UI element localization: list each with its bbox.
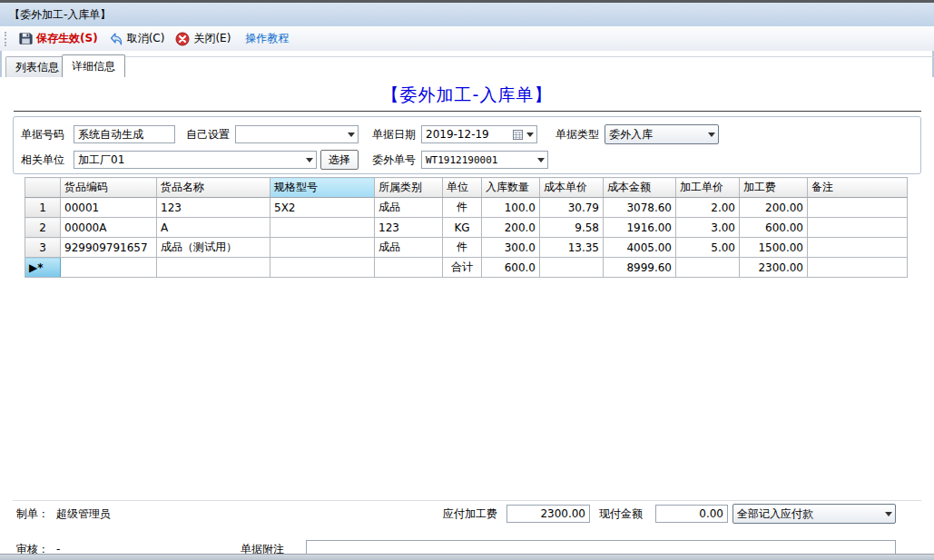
row-header[interactable]: 2 <box>25 218 61 238</box>
cell-proc-price[interactable]: 5.00 <box>676 238 740 258</box>
tutorial-link[interactable]: 操作教程 <box>238 29 296 48</box>
cell-cost-amount[interactable]: 3078.60 <box>604 198 676 218</box>
col-header-cost-amount[interactable]: 成本金额 <box>604 178 676 198</box>
cell-proc-price[interactable]: 2.00 <box>676 198 740 218</box>
cell-remark[interactable] <box>808 238 908 258</box>
cell-unit[interactable]: 件 <box>443 198 482 218</box>
maker-label: 制单： <box>16 505 49 523</box>
col-header-cost-price[interactable]: 成本单价 <box>540 178 604 198</box>
cell-name[interactable] <box>157 258 270 278</box>
cell-category[interactable] <box>375 258 443 278</box>
col-header-unit[interactable]: 单位 <box>443 178 482 198</box>
cell-code[interactable]: 00000A <box>61 218 157 238</box>
chevron-down-icon <box>345 133 358 137</box>
corner-header-cell[interactable] <box>25 178 61 198</box>
doc-type-label: 单据类型 <box>555 125 599 143</box>
col-header-spec[interactable]: 规格型号 <box>270 178 375 198</box>
chevron-down-icon <box>882 512 895 516</box>
close-button[interactable]: 关闭(E) <box>172 29 238 48</box>
cell-proc-fee[interactable]: 1500.00 <box>740 238 808 258</box>
doc-date-picker[interactable]: 2019-12-19 <box>421 125 537 143</box>
undo-arrow-icon <box>109 32 123 46</box>
cell-category[interactable]: 成品 <box>375 198 443 218</box>
chevron-down-icon <box>705 133 718 137</box>
cell-unit[interactable]: 件 <box>443 238 482 258</box>
cell-category[interactable]: 123 <box>375 218 443 238</box>
save-button[interactable]: 保存生效(S) <box>15 29 105 48</box>
items-table: 货品编码 货品名称 规格型号 所属类别 单位 入库数量 成本单价 成本金额 加工… <box>25 177 908 278</box>
col-header-name[interactable]: 货品名称 <box>157 178 270 198</box>
total-and-new-row: ▶* 合计 600.0 8999.60 2300.00 <box>25 258 908 278</box>
cell-spec[interactable] <box>270 238 375 258</box>
tab-detail-info[interactable]: 详细信息 <box>62 54 125 77</box>
row-header[interactable]: 1 <box>25 198 61 218</box>
cell-proc-fee[interactable]: 600.00 <box>740 218 808 238</box>
doc-date-label: 单据日期 <box>372 125 416 143</box>
document-header-panel: 单据号码 自己设置 单据日期 2019-12-19 单据类型 <box>13 116 921 174</box>
cell-remark[interactable] <box>808 198 908 218</box>
table-row: 2 00000A A 123 KG 200.0 9.58 1916.00 3.0… <box>25 218 908 238</box>
cell-category[interactable]: 成品 <box>375 238 443 258</box>
toolbar: 保存生效(S) 取消(C) 关闭(E) 操作教程 <box>0 26 934 51</box>
new-row-marker[interactable]: ▶* <box>25 258 61 278</box>
cell-spec[interactable]: 5X2 <box>270 198 375 218</box>
cell-qty[interactable]: 300.0 <box>482 238 540 258</box>
cell-qty[interactable]: 200.0 <box>482 218 540 238</box>
save-icon <box>18 32 33 46</box>
cell-name[interactable]: 123 <box>157 198 270 218</box>
cell-cost-amount[interactable]: 4005.00 <box>604 238 676 258</box>
footer-area: 制单： 超级管理员 应付加工费 现付金额 全部记入应付款 审核： - 单据附注 <box>0 497 934 554</box>
doc-number-input[interactable] <box>74 125 175 143</box>
payable-fee-input[interactable] <box>506 505 590 523</box>
total-proc-fee-cell: 2300.00 <box>740 258 808 278</box>
toolbar-grip-icon[interactable] <box>5 32 7 46</box>
close-icon <box>175 32 190 46</box>
cell-cost-price[interactable] <box>540 258 604 278</box>
col-header-proc-price[interactable]: 加工单价 <box>676 178 740 198</box>
chevron-down-icon <box>303 158 316 162</box>
custom-set-combo[interactable] <box>235 125 359 143</box>
col-header-qty[interactable]: 入库数量 <box>482 178 540 198</box>
total-qty-cell: 600.0 <box>482 258 540 278</box>
cell-unit[interactable]: KG <box>443 218 482 238</box>
cell-cost-price[interactable]: 13.35 <box>540 238 604 258</box>
total-label-cell: 合计 <box>443 258 482 278</box>
col-header-remark[interactable]: 备注 <box>808 178 908 198</box>
cell-code[interactable] <box>61 258 157 278</box>
cell-proc-price[interactable]: 3.00 <box>676 218 740 238</box>
doc-type-combo[interactable]: 委外入库 <box>605 124 719 144</box>
cell-qty[interactable]: 100.0 <box>482 198 540 218</box>
cell-spec[interactable] <box>270 258 375 278</box>
col-header-category[interactable]: 所属类别 <box>375 178 443 198</box>
cash-amount-label: 现付金额 <box>599 505 643 523</box>
cell-proc-price[interactable] <box>676 258 740 278</box>
custom-set-label: 自己设置 <box>186 125 230 143</box>
related-unit-combo[interactable]: 加工厂01 <box>74 151 317 169</box>
cell-remark[interactable] <box>808 258 908 278</box>
cell-name[interactable]: 成品（测试用） <box>157 238 270 258</box>
cell-code[interactable]: 00001 <box>61 198 157 218</box>
tab-list-info[interactable]: 列表信息 <box>5 56 69 77</box>
col-header-proc-fee[interactable]: 加工费 <box>740 178 808 198</box>
cell-cost-price[interactable]: 9.58 <box>540 218 604 238</box>
select-button[interactable]: 选择 <box>320 150 359 170</box>
app-window: 【委外加工-入库单】 保存生效(S) 取消(C) <box>0 0 934 560</box>
outsource-no-label: 委外单号 <box>372 151 416 169</box>
row-header[interactable]: 3 <box>25 238 61 258</box>
cell-cost-price[interactable]: 30.79 <box>540 198 604 218</box>
cell-proc-fee[interactable]: 200.00 <box>740 198 808 218</box>
table-row: 3 929909791657 成品（测试用） 成品 件 300.0 13.35 … <box>25 238 908 258</box>
cell-name[interactable]: A <box>157 218 270 238</box>
outsource-no-combo[interactable]: WT1912190001 <box>421 151 548 169</box>
cell-cost-amount[interactable]: 1916.00 <box>604 218 676 238</box>
cancel-button-label: 取消(C) <box>127 31 165 46</box>
table-row: 1 00001 123 5X2 成品 件 100.0 30.79 3078.60… <box>25 198 908 218</box>
save-button-label: 保存生效(S) <box>36 31 98 46</box>
cash-amount-input[interactable] <box>655 505 728 523</box>
cell-code[interactable]: 929909791657 <box>61 238 157 258</box>
cell-remark[interactable] <box>808 218 908 238</box>
col-header-code[interactable]: 货品编码 <box>61 178 157 198</box>
cell-spec[interactable] <box>270 218 375 238</box>
payment-method-combo[interactable]: 全部记入应付款 <box>732 504 896 524</box>
cancel-button[interactable]: 取消(C) <box>105 29 172 48</box>
